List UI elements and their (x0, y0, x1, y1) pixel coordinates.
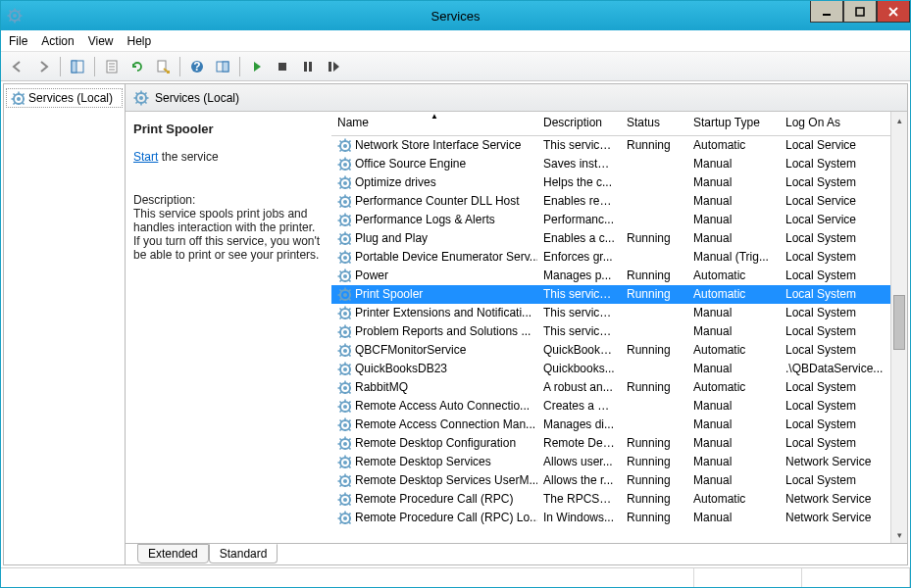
table-row[interactable]: QuickBooksDB23Quickbooks...Manual.\QBDat… (331, 360, 890, 378)
scroll-down-button[interactable]: ▾ (891, 526, 907, 543)
column-status[interactable]: Status (621, 112, 687, 136)
table-row[interactable]: Remote Procedure Call (RPC) Lo...In Wind… (331, 509, 890, 527)
svg-rect-25 (278, 63, 286, 71)
service-name: QBCFMonitorService (355, 343, 466, 357)
tab-standard[interactable]: Standard (209, 544, 278, 564)
cell-startup: Manual (687, 322, 780, 341)
selected-service-name: Print Spooler (133, 122, 324, 136)
table-row[interactable]: Plug and PlayEnables a c...RunningManual… (331, 229, 890, 248)
cell-startup: Automatic (687, 267, 780, 285)
sort-indicator-icon: ▲ (430, 112, 438, 121)
restart-service-button[interactable] (323, 56, 344, 77)
table-row[interactable]: Remote Desktop ServicesAllows user...Run… (331, 453, 890, 471)
stop-service-button[interactable] (272, 56, 293, 77)
action-pane-button[interactable] (212, 56, 233, 77)
cell-logon: Local Service (780, 192, 890, 211)
cell-status: Running (621, 434, 687, 453)
table-row[interactable]: RabbitMQA robust an...RunningAutomaticLo… (331, 378, 890, 397)
cell-startup: Automatic (687, 285, 780, 304)
gear-icon (337, 492, 351, 506)
close-button[interactable] (877, 1, 910, 23)
table-row[interactable]: Remote Procedure Call (RPC)The RPCSS ...… (331, 490, 890, 509)
maximize-button[interactable] (843, 1, 877, 23)
menu-action[interactable]: Action (41, 34, 74, 48)
table-row[interactable]: Portable Device Enumerator Serv...Enforc… (331, 248, 890, 267)
table-row[interactable]: Remote Access Connection Man...Manages d… (331, 416, 890, 434)
cell-status: Running (621, 136, 687, 155)
show-hide-tree-button[interactable] (67, 56, 88, 77)
service-list[interactable]: Name▲ Description Status Startup Type Lo… (331, 112, 890, 543)
cell-startup: Manual (687, 155, 780, 173)
cell-desc: The RPCSS ... (537, 490, 621, 509)
table-row[interactable]: Office Source EngineSaves install...Manu… (331, 155, 890, 173)
forward-button[interactable] (32, 56, 54, 77)
column-description[interactable]: Description (537, 112, 621, 136)
cell-desc: Manages p... (537, 267, 621, 285)
table-row[interactable]: QBCFMonitorServiceQuickBooks...RunningAu… (331, 341, 890, 360)
table-row[interactable]: PowerManages p...RunningAutomaticLocal S… (331, 267, 890, 285)
tree-root-item[interactable]: Services (Local) (6, 88, 123, 108)
gear-icon (337, 194, 351, 208)
scroll-up-button[interactable]: ▴ (891, 112, 907, 128)
column-logon[interactable]: Log On As (780, 112, 890, 136)
cell-logon: Local System (780, 285, 890, 304)
service-name: Performance Logs & Alerts (355, 213, 495, 226)
start-service-button[interactable] (246, 56, 268, 77)
cell-status (621, 416, 687, 434)
gear-icon (337, 380, 351, 394)
table-row[interactable]: Problem Reports and Solutions ...This se… (331, 322, 890, 341)
cell-logon: Local System (780, 322, 890, 341)
cell-desc: In Windows... (537, 509, 621, 527)
menu-view[interactable]: View (88, 34, 114, 48)
properties-button[interactable] (101, 56, 123, 77)
menu-file[interactable]: File (9, 34, 27, 48)
cell-status: Running (621, 285, 687, 304)
scroll-thumb[interactable] (893, 295, 905, 350)
cell-logon: Local System (780, 155, 890, 173)
table-row[interactable]: Printer Extensions and Notificati...This… (331, 304, 890, 322)
cell-status (621, 155, 687, 173)
export-list-button[interactable] (152, 56, 174, 77)
services-window: Services File Action View Help ? (0, 0, 911, 588)
column-name[interactable]: Name▲ (331, 112, 537, 136)
start-suffix: the service (158, 150, 218, 164)
gear-icon (337, 231, 351, 245)
window-title: Services (431, 9, 481, 24)
cell-desc: Allows user... (537, 453, 621, 471)
help-button[interactable]: ? (186, 56, 208, 77)
table-row[interactable]: Network Store Interface ServiceThis serv… (331, 136, 890, 155)
column-header-row: Name▲ Description Status Startup Type Lo… (331, 112, 890, 136)
table-row[interactable]: Performance Counter DLL HostEnables rem.… (331, 192, 890, 211)
vertical-scrollbar[interactable]: ▴ ▾ (890, 112, 907, 543)
cell-logon: Network Service (780, 453, 890, 471)
main-area: Services (Local) Services (Local) Print … (3, 83, 908, 565)
table-row[interactable]: Remote Desktop ConfigurationRemote Des..… (331, 434, 890, 453)
service-name: QuickBooksDB23 (355, 362, 447, 375)
service-name: Remote Access Auto Connectio... (355, 399, 530, 413)
cell-logon: Local Service (780, 211, 890, 229)
pause-service-button[interactable] (297, 56, 319, 77)
back-button[interactable] (7, 56, 28, 77)
service-name: Printer Extensions and Notificati... (355, 306, 531, 319)
cell-startup: Manual (687, 397, 780, 416)
cell-status (621, 360, 687, 378)
menu-help[interactable]: Help (127, 34, 152, 48)
refresh-button[interactable] (127, 56, 148, 77)
cell-logon: Network Service (780, 490, 890, 509)
scroll-track[interactable] (891, 128, 907, 526)
tab-extended[interactable]: Extended (137, 544, 209, 564)
titlebar[interactable]: Services (1, 1, 910, 30)
start-service-link[interactable]: Start (133, 150, 158, 164)
service-name: Print Spooler (355, 287, 423, 301)
cell-status: Running (621, 341, 687, 360)
cell-logon: Local System (780, 471, 890, 490)
table-row[interactable]: Remote Access Auto Connectio...Creates a… (331, 397, 890, 416)
minimize-button[interactable] (810, 1, 843, 23)
table-row[interactable]: Remote Desktop Services UserM...Allows t… (331, 471, 890, 490)
column-startup[interactable]: Startup Type (687, 112, 780, 136)
cell-logon: Local System (780, 267, 890, 285)
cell-status (621, 322, 687, 341)
table-row[interactable]: Performance Logs & AlertsPerformanc...Ma… (331, 211, 890, 229)
table-row[interactable]: Optimize drivesHelps the c...ManualLocal… (331, 173, 890, 192)
table-row[interactable]: Print SpoolerThis service ...RunningAuto… (331, 285, 890, 304)
